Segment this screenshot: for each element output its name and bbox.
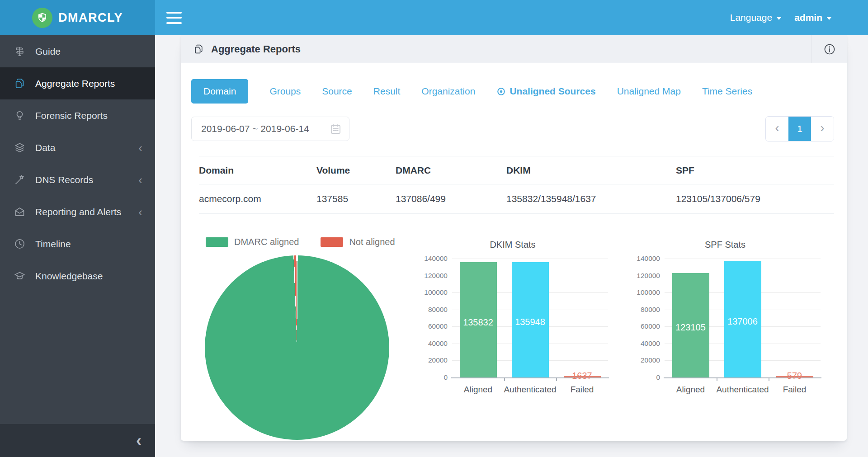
legend-label: Not aligned bbox=[349, 237, 395, 247]
date-range-input[interactable]: 2019-06-07 ~ 2019-06-14 bbox=[191, 117, 349, 141]
sidebar-footer: ‹ bbox=[0, 424, 155, 457]
x-axis-tick bbox=[717, 377, 717, 381]
y-axis-tick-label: 40000 bbox=[623, 339, 660, 348]
previous-page-button[interactable]: ‹ bbox=[766, 117, 788, 141]
tab-unaligned-sources[interactable]: Unaligned Sources bbox=[496, 86, 595, 97]
y-axis-tick-label: 60000 bbox=[623, 322, 660, 330]
column-header-volume: Volume bbox=[316, 165, 396, 176]
column-header-spf: SPF bbox=[676, 165, 834, 176]
hamburger-menu-icon[interactable] bbox=[166, 12, 182, 24]
y-axis-tick-label: 0 bbox=[410, 373, 448, 382]
legend-swatch bbox=[321, 237, 343, 247]
domains-table: DomainVolumeDMARCDKIMSPFacmecorp.com1375… bbox=[199, 156, 834, 214]
column-header-domain: Domain bbox=[199, 165, 316, 176]
y-axis-tick-label: 140000 bbox=[410, 254, 448, 263]
x-axis-tick bbox=[769, 377, 769, 381]
language-menu[interactable]: Language bbox=[730, 12, 782, 23]
x-axis-category-label: Aligned bbox=[676, 385, 705, 395]
tab-source[interactable]: Source bbox=[322, 86, 352, 97]
bar-value-label: 135832 bbox=[463, 317, 493, 327]
x-axis-category-label: Authenticated bbox=[716, 385, 769, 395]
bar-value-label: 579 bbox=[787, 371, 802, 381]
sidebar-item-knowledgebase[interactable]: Knowledgebase bbox=[0, 260, 155, 292]
x-axis-category-label: Authenticated bbox=[504, 385, 556, 395]
cell-volume: 137585 bbox=[316, 193, 396, 204]
tab-organization[interactable]: Organization bbox=[421, 86, 475, 97]
sidebar-item-guide[interactable]: Guide bbox=[0, 35, 155, 67]
bar-value-label: 1637 bbox=[572, 371, 592, 381]
tabs: DomainGroupsSourceResultOrganizationUnal… bbox=[191, 79, 752, 104]
y-axis-tick-label: 80000 bbox=[410, 306, 448, 314]
layers-icon bbox=[14, 141, 26, 154]
user-menu[interactable]: admin bbox=[794, 12, 832, 23]
signpost-icon bbox=[14, 45, 26, 57]
sidebar-item-label: Aggregate Reports bbox=[35, 78, 115, 89]
column-header-dmarc: DMARC bbox=[396, 165, 506, 176]
tab-unaligned-map[interactable]: Unaligned Map bbox=[617, 86, 681, 97]
legend-swatch bbox=[206, 237, 228, 247]
date-range-value: 2019-06-07 ~ 2019-06-14 bbox=[201, 123, 309, 134]
topbar-right: Language admin bbox=[730, 12, 868, 23]
sidebar-item-timeline[interactable]: Timeline bbox=[0, 228, 155, 260]
collapse-sidebar-icon[interactable]: ‹ bbox=[136, 433, 142, 449]
bar-value-label: 123105 bbox=[675, 322, 706, 332]
y-axis-tick-label: 120000 bbox=[623, 272, 660, 280]
tab-label: Time Series bbox=[702, 86, 752, 97]
tab-label: Organization bbox=[421, 86, 475, 97]
sidebar: GuideAggregate ReportsForensic ReportsDa… bbox=[0, 35, 155, 457]
table-row[interactable]: acmecorp.com137585137086/499135832/13594… bbox=[199, 184, 834, 214]
next-page-button[interactable]: › bbox=[811, 117, 834, 141]
shield-logo-icon bbox=[32, 8, 52, 28]
brand-logo[interactable]: DMARCLY bbox=[0, 0, 155, 35]
sidebar-item-label: Data bbox=[35, 142, 55, 153]
sidebar-item-label: Reporting and Alerts bbox=[35, 207, 121, 217]
cell-dmarc: 137086/499 bbox=[396, 193, 506, 204]
topbar: DMARCLY Language admin bbox=[0, 0, 868, 35]
language-label: Language bbox=[730, 12, 772, 23]
mail-icon bbox=[14, 206, 26, 218]
bullseye-icon bbox=[496, 87, 506, 96]
info-button[interactable] bbox=[811, 35, 847, 63]
reports-icon bbox=[14, 77, 26, 90]
chart-title: SPF Stats bbox=[623, 240, 827, 250]
y-axis-tick-label: 80000 bbox=[623, 306, 660, 314]
x-axis-category-label: Aligned bbox=[464, 385, 492, 395]
cell-dkim: 135832/135948/1637 bbox=[506, 193, 676, 204]
sidebar-item-label: Guide bbox=[35, 46, 61, 57]
page-button-1[interactable]: 1 bbox=[788, 117, 811, 141]
table-header-row: DomainVolumeDMARCDKIMSPF bbox=[199, 156, 834, 184]
sidebar-item-data[interactable]: Data‹ bbox=[0, 132, 155, 164]
caret-down-icon bbox=[776, 17, 782, 20]
chevron-left-icon: ‹ bbox=[138, 142, 142, 154]
gridline bbox=[452, 259, 608, 259]
graduation-cap-icon bbox=[14, 270, 26, 282]
tab-label: Unaligned Sources bbox=[509, 86, 595, 97]
tab-groups[interactable]: Groups bbox=[269, 86, 301, 97]
sidebar-item-label: Timeline bbox=[35, 239, 71, 250]
user-label: admin bbox=[794, 12, 822, 23]
sidebar-item-forensic-reports[interactable]: Forensic Reports bbox=[0, 99, 155, 132]
sidebar-item-aggregate-reports[interactable]: Aggregate Reports bbox=[0, 67, 155, 99]
x-axis-tick bbox=[504, 377, 505, 381]
pie-legend: DMARC alignedNot aligned bbox=[206, 237, 395, 247]
card-header: Aggregate Reports bbox=[181, 35, 847, 63]
sidebar-item-label: Forensic Reports bbox=[35, 110, 108, 121]
reports-icon bbox=[193, 43, 204, 55]
clock-icon bbox=[14, 238, 26, 250]
sidebar-item-reporting-and-alerts[interactable]: Reporting and Alerts‹ bbox=[0, 196, 155, 228]
tab-label: Source bbox=[322, 86, 352, 97]
tab-domain[interactable]: Domain bbox=[191, 79, 248, 104]
tab-time-series[interactable]: Time Series bbox=[702, 86, 752, 97]
tab-result[interactable]: Result bbox=[373, 86, 401, 97]
y-axis-tick-label: 140000 bbox=[623, 254, 660, 263]
bar-value-label: 135948 bbox=[515, 317, 545, 327]
x-axis-category-label: Failed bbox=[783, 385, 807, 395]
y-axis-tick-label: 40000 bbox=[410, 339, 448, 348]
page-title: Aggregate Reports bbox=[211, 43, 301, 55]
lightbulb-icon bbox=[14, 109, 26, 122]
column-header-dkim: DKIM bbox=[506, 165, 676, 176]
y-axis-tick-label: 100000 bbox=[410, 288, 448, 297]
sidebar-item-dns-records[interactable]: DNS Records‹ bbox=[0, 164, 155, 196]
x-axis-tick bbox=[556, 377, 557, 381]
dkim-stats-chart: DKIM Stats020000400006000080000100000120… bbox=[410, 239, 615, 401]
